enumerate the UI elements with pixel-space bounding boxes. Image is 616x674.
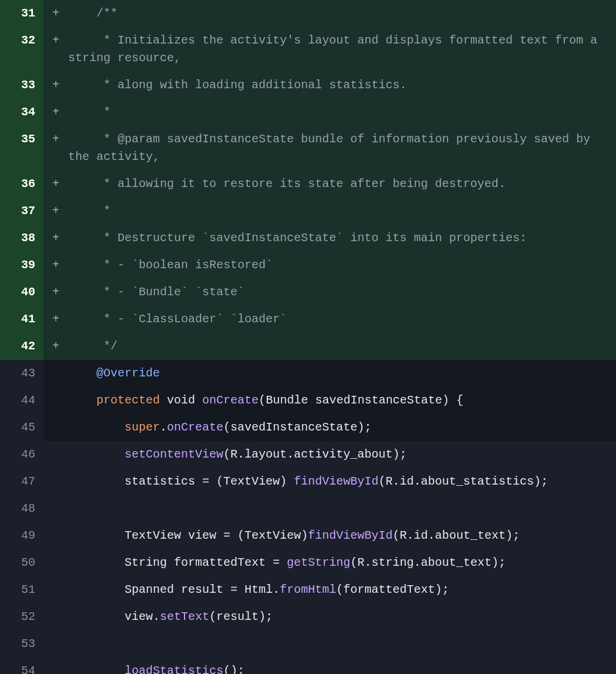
code-token: fromHtml	[280, 583, 336, 596]
diff-line[interactable]: 42+ */	[0, 333, 616, 360]
line-number[interactable]: 38	[0, 225, 43, 252]
diff-marker	[43, 468, 68, 495]
diff-marker	[43, 576, 68, 603]
line-number[interactable]: 34	[0, 99, 43, 126]
line-number[interactable]: 36	[0, 171, 43, 198]
code-cell[interactable]: * allowing it to restore its state after…	[68, 171, 616, 198]
diff-marker: +	[43, 306, 68, 333]
code-cell[interactable]: *	[68, 198, 616, 225]
diff-line[interactable]: 50 String formattedText = getString(R.st…	[0, 549, 616, 576]
line-number[interactable]: 52	[0, 603, 43, 630]
diff-line[interactable]: 49 TextView view = (TextView)findViewByI…	[0, 522, 616, 549]
line-number[interactable]: 51	[0, 576, 43, 603]
code-cell[interactable]: * Initializes the activity's layout and …	[68, 27, 616, 72]
diff-line[interactable]: 37+ *	[0, 198, 616, 225]
code-token: (R.string.about_text);	[350, 556, 505, 569]
line-number[interactable]: 53	[0, 630, 43, 658]
line-number[interactable]: 49	[0, 522, 43, 549]
code-cell[interactable]: Spanned result = Html.fromHtml(formatted…	[68, 576, 616, 603]
diff-line[interactable]: 43 @Override	[0, 360, 616, 387]
diff-line[interactable]: 51 Spanned result = Html.fromHtml(format…	[0, 576, 616, 603]
code-token: view.	[125, 610, 160, 623]
diff-line[interactable]: 36+ * allowing it to restore its state a…	[0, 171, 616, 198]
diff-marker: +	[43, 225, 68, 252]
line-number[interactable]: 39	[0, 252, 43, 279]
code-cell[interactable]: */	[68, 333, 616, 360]
line-number[interactable]: 46	[0, 441, 43, 468]
diff-line[interactable]: 38+ * Destructure `savedInstanceState` i…	[0, 225, 616, 252]
code-cell[interactable]: protected void onCreate(Bundle savedInst…	[68, 387, 616, 414]
diff-line[interactable]: 35+ * @param savedInstanceState bundle o…	[0, 126, 616, 171]
code-token: * @param savedInstanceState bundle of in…	[68, 132, 597, 164]
diff-marker	[43, 522, 68, 549]
line-number[interactable]: 41	[0, 306, 43, 333]
code-token: statistics = (TextView)	[125, 475, 294, 488]
line-number[interactable]: 35	[0, 126, 43, 171]
line-number[interactable]: 42	[0, 333, 43, 360]
diff-line[interactable]: 34+ *	[0, 99, 616, 126]
line-number[interactable]: 48	[0, 495, 43, 522]
code-cell[interactable]: loadStatistics();	[68, 658, 616, 674]
diff-line[interactable]: 33+ * along with loading additional stat…	[0, 72, 616, 99]
code-cell[interactable]: * along with loading additional statisti…	[68, 72, 616, 99]
diff-marker	[43, 387, 68, 414]
code-token: Spanned result = Html.	[125, 583, 280, 596]
code-token: onCreate	[202, 393, 259, 407]
code-token: (R.layout.activity_about);	[223, 448, 407, 461]
diff-line[interactable]: 31+ /**	[0, 0, 616, 27]
code-token: *	[103, 204, 111, 218]
code-cell[interactable]: * @param savedInstanceState bundle of in…	[68, 126, 616, 171]
line-number[interactable]: 43	[0, 360, 43, 387]
diff-body: 31+ /**32+ * Initializes the activity's …	[0, 0, 616, 674]
line-number[interactable]: 45	[0, 414, 43, 441]
code-token: ();	[223, 664, 245, 674]
line-number[interactable]: 32	[0, 27, 43, 72]
diff-line[interactable]: 48	[0, 495, 616, 522]
code-cell[interactable]: super.onCreate(savedInstanceState);	[68, 414, 616, 441]
line-number[interactable]: 33	[0, 72, 43, 99]
code-cell[interactable]: * - `boolean isRestored`	[68, 252, 616, 279]
line-number[interactable]: 54	[0, 658, 43, 674]
code-cell[interactable]: * - `Bundle` `state`	[68, 279, 616, 306]
diff-view: 31+ /**32+ * Initializes the activity's …	[0, 0, 616, 674]
line-number[interactable]: 47	[0, 468, 43, 495]
diff-line[interactable]: 32+ * Initializes the activity's layout …	[0, 27, 616, 72]
diff-line[interactable]: 52 view.setText(result);	[0, 603, 616, 630]
code-cell[interactable]: @Override	[68, 360, 616, 387]
code-token: * - `ClassLoader` `loader`	[103, 312, 287, 326]
line-number[interactable]: 31	[0, 0, 43, 27]
code-cell[interactable]: String formattedText = getString(R.strin…	[68, 549, 616, 576]
diff-line[interactable]: 54 loadStatistics();	[0, 658, 616, 674]
diff-line[interactable]: 39+ * - `boolean isRestored`	[0, 252, 616, 279]
diff-marker: +	[43, 198, 68, 225]
code-token: loadStatistics	[125, 664, 223, 674]
code-cell[interactable]: statistics = (TextView) findViewById(R.i…	[68, 468, 616, 495]
code-cell[interactable]: setContentView(R.layout.activity_about);	[68, 441, 616, 468]
code-cell[interactable]: view.setText(result);	[68, 603, 616, 630]
diff-line[interactable]: 40+ * - `Bundle` `state`	[0, 279, 616, 306]
line-number[interactable]: 40	[0, 279, 43, 306]
code-cell[interactable]	[68, 495, 616, 522]
diff-line[interactable]: 44 protected void onCreate(Bundle savedI…	[0, 387, 616, 414]
code-token	[195, 393, 202, 407]
diff-line[interactable]: 45 super.onCreate(savedInstanceState);	[0, 414, 616, 441]
code-cell[interactable]: * - `ClassLoader` `loader`	[68, 306, 616, 333]
diff-line[interactable]: 41+ * - `ClassLoader` `loader`	[0, 306, 616, 333]
code-cell[interactable]	[68, 630, 616, 658]
diff-line[interactable]: 53	[0, 630, 616, 658]
diff-marker: +	[43, 171, 68, 198]
code-cell[interactable]: /**	[68, 0, 616, 27]
line-number[interactable]: 50	[0, 549, 43, 576]
code-cell[interactable]: TextView view = (TextView)findViewById(R…	[68, 522, 616, 549]
code-token: setContentView	[125, 448, 223, 461]
line-number[interactable]: 37	[0, 198, 43, 225]
code-token: *	[103, 105, 111, 119]
code-cell[interactable]: * Destructure `savedInstanceState` into …	[68, 225, 616, 252]
line-number[interactable]: 44	[0, 387, 43, 414]
code-cell[interactable]: *	[68, 99, 616, 126]
code-token: (result);	[209, 610, 273, 623]
code-token: * along with loading additional statisti…	[103, 78, 407, 92]
code-token: @Override	[96, 366, 160, 380]
diff-line[interactable]: 47 statistics = (TextView) findViewById(…	[0, 468, 616, 495]
diff-line[interactable]: 46 setContentView(R.layout.activity_abou…	[0, 441, 616, 468]
